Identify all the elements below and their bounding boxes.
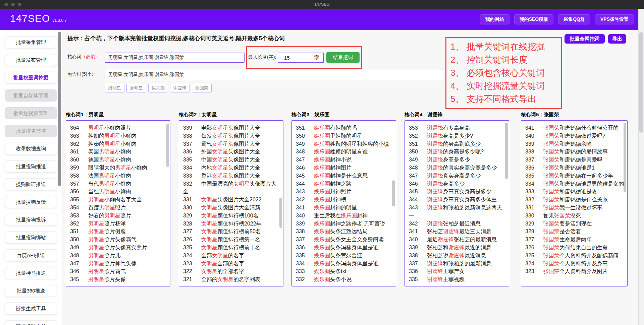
- row-keyword: 娱乐圈: [314, 125, 330, 131]
- sidebar-item[interactable]: 批量采集管理: [5, 36, 57, 48]
- row-number: 336: [296, 244, 314, 252]
- row-number: 350: [70, 236, 88, 244]
- row-keyword: 娱乐圈: [314, 276, 330, 282]
- row-keyword: 谢霆锋: [427, 149, 443, 154]
- finish-mining-button[interactable]: 结束挖词: [326, 52, 360, 63]
- sidebar-menu: 批量采集管理 批量发布管理 批量权重词挖掘 批量自媒体管理 批量短视频管理 批量…: [0, 36, 62, 325]
- list-scrollbar-thumb[interactable]: [279, 198, 282, 228]
- row-number: 341: [525, 124, 543, 132]
- list-scrollbar-thumb[interactable]: [392, 180, 395, 206]
- keyword-column: 核心词1：男明星364男明星小鲜肉照片363姓胡的男明星小鲜肉362姓秦的男明星…: [66, 112, 170, 286]
- row-keyword: 女明星: [212, 157, 228, 162]
- row-number: 329: [525, 220, 543, 228]
- nav-button[interactable]: 我的网站: [480, 14, 509, 24]
- sidebar-item[interactable]: 搜狗验证推送: [5, 178, 57, 190]
- keyword-column: 核心词2：女明星339电影女明星头像图片大全338短发女明星头像图片大全337霸…: [179, 112, 283, 286]
- keyword-row: 326女明星颜值排行榜第一名: [179, 236, 283, 244]
- brand: 147SEO v1.3.0.7: [10, 13, 67, 24]
- header-nav: 我的网站 我的SEO模版 采集QQ群 VPS拨号设置: [480, 14, 634, 24]
- list-scrollbar-thumb[interactable]: [624, 123, 626, 192]
- row-number: 342: [409, 220, 427, 228]
- keyword-row: 341张柏芝谢霆锋最近三天消息: [405, 227, 509, 236]
- row-number: 345: [409, 188, 427, 196]
- sidebar-item[interactable]: 链接抓取工具: [5, 320, 57, 325]
- sidebar-item[interactable]: 批量神马推送: [5, 267, 57, 279]
- sidebar-item[interactable]: 批量搜狗绑站: [5, 232, 57, 244]
- row-keyword: 张国荣: [543, 205, 559, 210]
- sidebar-item[interactable]: 批量360推送: [5, 285, 57, 297]
- keyword-tag[interactable]: 娱乐圈: [148, 84, 168, 92]
- keyword-tag[interactable]: 女明星: [126, 84, 146, 92]
- keyword-row: 338张柏芝说谢霆锋最近消息: [405, 252, 509, 260]
- row-keyword: 男明星: [88, 237, 104, 242]
- row-number: 326: [525, 244, 543, 252]
- sidebar-item[interactable]: 百度API推送: [5, 249, 57, 261]
- keyword-row: 350男明星照片头像霸气: [66, 236, 170, 244]
- row-keyword: 娱乐圈: [314, 245, 330, 250]
- nav-button[interactable]: VPS拨号设置: [595, 14, 634, 24]
- keyword-row: 364男明星小鲜肉照片: [66, 124, 170, 132]
- page-scrollbar-thumb[interactable]: [639, 32, 643, 133]
- keyword-tag[interactable]: 张国荣: [192, 84, 212, 92]
- list-scrollbar-thumb[interactable]: [505, 123, 508, 179]
- row-number: 334: [525, 180, 543, 188]
- keyword-row: 322女明星的全部名字: [179, 267, 283, 275]
- keyword-row: 332张国荣和唐鹤德是什么关系: [521, 196, 627, 204]
- core-words-input[interactable]: [105, 53, 245, 63]
- row-keyword: 谢霆锋: [427, 165, 443, 171]
- batch-mine-all-button[interactable]: 批量全网挖词: [565, 34, 605, 44]
- keyword-row: 348谢霆锋的真实身高究竟是多少: [405, 164, 509, 172]
- sidebar-scrollbar-thumb[interactable]: [58, 32, 61, 186]
- keyword-row: 329女明星颜值排行榜100名: [179, 212, 283, 220]
- keyword-tag[interactable]: 谢霆锋: [170, 84, 190, 92]
- sidebar-item[interactable]: 批量搜狗推送: [5, 160, 57, 173]
- nav-button[interactable]: 采集QQ群: [558, 14, 590, 24]
- row-number: 331: [183, 196, 201, 204]
- row-number: 349: [296, 140, 314, 148]
- list-scrollbar-thumb[interactable]: [166, 124, 169, 167]
- row-keyword: 娱乐圈: [314, 133, 330, 139]
- row-keyword: 男明星: [88, 125, 104, 131]
- keyword-list: 364男明星小鲜肉照片363姓胡的男明星小鲜肉362姓秦的男明星小鲜肉361泰国…: [66, 120, 170, 286]
- row-number: 325: [183, 244, 201, 252]
- row-number: 337: [409, 260, 427, 268]
- row-keyword: 娱乐圈: [314, 149, 330, 154]
- app-logo: 147SEO: [10, 13, 50, 24]
- keyword-list: 351娱乐圈有姓顾的吗350娱乐圈里姓顾的明星349娱乐圈姓顾的明星和姓容的小说…: [291, 120, 396, 286]
- row-number: 352: [70, 220, 88, 228]
- keyword-row: 337娱乐圈头条女王全文免费阅读: [292, 236, 396, 244]
- export-button[interactable]: 导出: [608, 34, 626, 44]
- keyword-tag[interactable]: 男明星: [105, 84, 124, 92]
- row-keyword: 张国荣: [543, 245, 559, 250]
- sidebar-item[interactable]: 批量搜狗反馈: [5, 196, 57, 208]
- keyword-row: 325张国荣个人资料简介及配偶新闻: [521, 252, 627, 260]
- row-keyword: 娱乐圈: [314, 197, 330, 202]
- keyword-row: 361泰国男明星小鲜肉: [66, 148, 170, 156]
- row-number: 345: [70, 275, 88, 283]
- keyword-row: 347娱乐圈封神小说: [292, 156, 396, 164]
- sidebar-item[interactable]: 收录数据查询: [5, 143, 57, 155]
- row-keyword: 娱乐圈: [314, 189, 330, 194]
- keyword-row: 333娱乐圈头条txt: [292, 267, 396, 275]
- max-length-input[interactable]: [278, 55, 314, 61]
- keyword-row: 352谢霆锋身高是多少?: [405, 132, 509, 140]
- row-keyword: 女明星: [212, 165, 228, 171]
- row-keyword: 谢霆锋: [427, 276, 443, 282]
- row-number: 330: [183, 204, 201, 212]
- keyword-row: 353好看的男明星照片: [66, 212, 170, 220]
- row-keyword: 谢霆锋: [427, 268, 443, 274]
- keyword-row: 343谢霆锋和张柏芝最新消息这两天一: [405, 204, 509, 220]
- row-number: 331: [525, 204, 543, 212]
- sidebar-item[interactable]: 批量搜狗投诉: [5, 214, 57, 226]
- row-number: 334: [296, 260, 314, 268]
- row-keyword: 男明星: [99, 205, 115, 210]
- sidebar-item[interactable]: 链接生成工具: [5, 303, 57, 315]
- sidebar-item[interactable]: 批量权重词挖掘: [5, 72, 57, 84]
- include-words-input[interactable]: [105, 69, 443, 80]
- row-number: 351: [409, 140, 427, 148]
- keyword-row: 328女明星颜值排行榜2022年: [179, 220, 283, 228]
- row-keyword: 男明星: [115, 165, 131, 171]
- row-number: 348: [296, 148, 314, 156]
- nav-button[interactable]: 我的SEO模版: [514, 14, 554, 24]
- sidebar-item[interactable]: 批量发布管理: [5, 54, 57, 66]
